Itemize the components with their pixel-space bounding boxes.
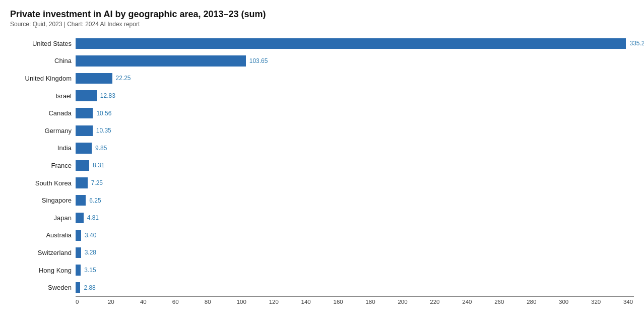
x-tick: 280 [527,299,559,305]
bar: 3.28 [76,247,81,258]
bar: 8.31 [76,160,89,171]
country-label: Hong Kong [10,267,76,274]
bar-row: United States335.24 [10,35,634,52]
country-label: Canada [10,109,76,117]
x-tick: 340 [623,299,634,305]
bar-row: Israel12.83 [10,87,634,105]
bar-value: 2.88 [82,284,95,291]
bar-row: France8.31 [10,157,634,174]
chart-container: Private investment in AI by geographic a… [0,0,644,325]
bar: 9.85 [76,143,92,153]
bar-row: Australia3.40 [10,227,634,244]
country-label: China [10,57,76,64]
bar-row: Sweden2.88 [10,279,634,296]
bar-row: Canada10.56 [10,104,634,122]
bar-track: 9.85 [76,140,634,157]
bar: 6.25 [76,195,86,206]
x-tick: 140 [301,299,334,305]
bar-track: 10.56 [76,104,634,122]
bar: 22.25 [76,73,112,84]
bar-row: Japan4.81 [10,209,634,227]
bar: 2.88 [76,282,80,293]
x-tick: 180 [365,299,398,305]
bar: 12.83 [76,90,97,101]
x-tick: 120 [269,299,301,305]
country-label: Israel [10,92,76,100]
bar-value: 3.28 [83,249,96,256]
x-tick: 220 [430,299,462,305]
bar-track: 7.25 [76,174,634,192]
x-tick: 320 [591,299,623,305]
country-label: Switzerland [10,249,76,256]
country-label: South Korea [10,179,76,187]
bar-value: 7.25 [90,179,103,186]
chart-source: Source: Quid, 2023 | Chart: 2024 AI Inde… [10,21,634,28]
bar-track: 6.25 [76,191,634,209]
bar-row: Hong Kong3.15 [10,262,634,279]
x-tick: 20 [108,299,140,305]
bar-value: 6.25 [88,197,101,204]
bar-value: 3.15 [83,267,96,274]
bar: 335.24 [76,38,626,49]
x-tick: 260 [494,299,527,305]
bar-track: 8.31 [76,157,634,174]
bar-row: United Kingdom22.25 [10,70,634,87]
bar-track: 3.40 [76,227,634,244]
bar-value: 335.24 [628,40,644,47]
country-label: Australia [10,231,76,239]
bar-track: 22.25 [76,70,634,87]
country-label: Singapore [10,197,76,204]
bar-row: China103.65 [10,52,634,70]
rows-area: United States335.24China103.65United Kin… [10,35,634,296]
bar-track: 335.24 [76,35,634,52]
x-tick: 200 [398,299,430,305]
bar: 3.15 [76,265,81,275]
bar: 10.35 [76,125,93,136]
bar-value: 103.65 [248,57,268,64]
bar: 3.40 [76,230,81,240]
bar-row: India9.85 [10,140,634,157]
chart-body: United States335.24China103.65United Kin… [10,35,634,305]
bar: 103.65 [76,55,246,66]
bar-value: 9.85 [94,145,107,152]
chart-title: Private investment in AI by geographic a… [10,9,634,20]
bar-track: 10.35 [76,122,634,140]
x-tick: 40 [140,299,172,305]
x-tick: 60 [172,299,205,305]
bar-value: 4.81 [86,214,99,221]
bar-track: 4.81 [76,209,634,227]
bar-row: Singapore6.25 [10,191,634,209]
bar-row: Germany10.35 [10,122,634,140]
country-label: Japan [10,214,76,222]
x-tick: 160 [334,299,366,305]
bar-value: 12.83 [99,92,115,99]
bar-value: 3.40 [83,232,96,239]
x-tick: 0 [76,299,108,305]
bar-row: Switzerland3.28 [10,244,634,262]
country-label: Germany [10,127,76,135]
country-label: India [10,144,76,152]
bar: 4.81 [76,213,84,223]
bar-track: 3.15 [76,262,634,279]
bar-value: 8.31 [91,162,104,169]
bar: 10.56 [76,108,93,118]
bar-value: 10.56 [95,110,111,117]
x-axis: 0204060801001201401601802002202402602803… [76,296,634,305]
country-label: France [10,162,76,169]
bar: 7.25 [76,177,88,188]
bar-track: 12.83 [76,87,634,105]
bar-row: South Korea7.25 [10,174,634,192]
x-tick: 240 [462,299,494,305]
country-label: Sweden [10,284,76,291]
bar-track: 2.88 [76,279,634,296]
bar-value: 10.35 [95,127,111,134]
bar-track: 103.65 [76,52,634,70]
x-tick: 80 [205,299,237,305]
x-tick: 300 [559,299,591,305]
bar-track: 3.28 [76,244,634,262]
country-label: United States [10,40,76,47]
country-label: United Kingdom [10,75,76,82]
bar-value: 22.25 [114,75,131,82]
x-tick: 100 [237,299,269,305]
